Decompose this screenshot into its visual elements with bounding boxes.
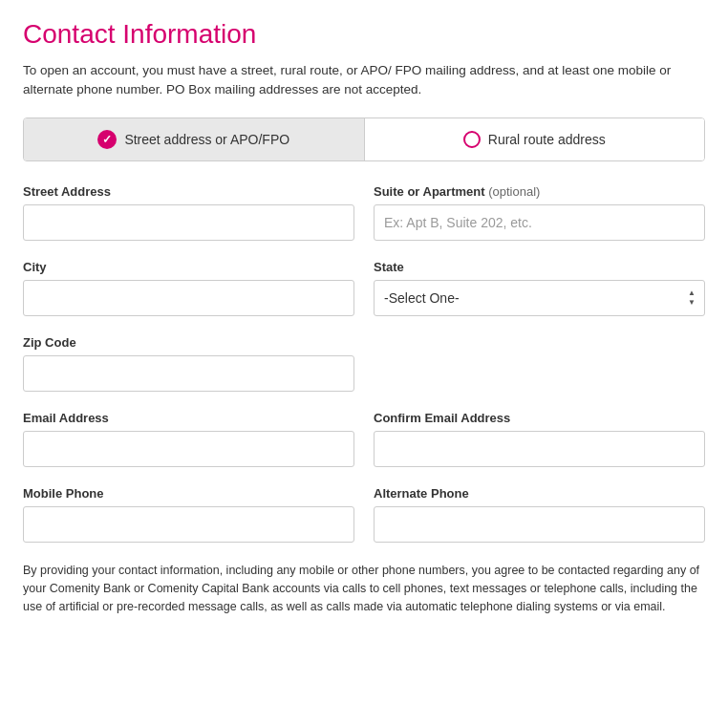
phone-row: Mobile Phone Alternate Phone: [23, 486, 705, 543]
email-address-group: Email Address: [23, 411, 354, 467]
alternate-phone-input[interactable]: [374, 506, 705, 543]
confirm-email-label: Confirm Email Address: [374, 411, 705, 425]
disclaimer-text: By providing your contact information, i…: [23, 562, 705, 617]
mobile-phone-label: Mobile Phone: [23, 486, 354, 501]
city-state-row: City State -Select One- AL AK AZ AR CA C…: [23, 260, 705, 316]
zip-row: Zip Code: [23, 335, 705, 392]
state-group: State -Select One- AL AK AZ AR CA CO CT …: [374, 260, 705, 316]
suite-apartment-input[interactable]: [374, 204, 705, 241]
city-label: City: [23, 260, 354, 274]
optional-label: (optional): [488, 184, 540, 199]
rural-tab-radio-icon: [463, 131, 481, 148]
mobile-phone-group: Mobile Phone: [23, 486, 354, 543]
street-address-label: Street Address: [23, 184, 354, 199]
email-row: Email Address Confirm Email Address: [23, 411, 705, 467]
confirm-email-group: Confirm Email Address: [374, 411, 705, 467]
tab-street-label: Street address or APO/FPO: [124, 132, 289, 147]
alternate-phone-group: Alternate Phone: [374, 486, 705, 543]
tab-street-address[interactable]: Street address or APO/FPO: [24, 118, 364, 160]
zip-code-group: Zip Code: [23, 335, 354, 392]
address-row: Street Address Suite or Apartment (optio…: [23, 184, 705, 241]
street-address-group: Street Address: [23, 184, 354, 241]
mobile-phone-input[interactable]: [23, 506, 354, 543]
email-address-input[interactable]: [23, 431, 354, 467]
zip-code-label: Zip Code: [23, 335, 354, 350]
alternate-phone-label: Alternate Phone: [374, 486, 705, 501]
city-group: City: [23, 260, 354, 316]
street-address-input[interactable]: [23, 204, 354, 241]
page-description: To open an account, you must have a stre…: [23, 61, 705, 100]
suite-apartment-label: Suite or Apartment (optional): [374, 184, 705, 199]
street-tab-check-icon: [97, 130, 117, 149]
confirm-email-input[interactable]: [374, 431, 705, 467]
state-select[interactable]: -Select One- AL AK AZ AR CA CO CT DE FL …: [374, 280, 705, 316]
city-input[interactable]: [23, 280, 354, 316]
suite-apartment-group: Suite or Apartment (optional): [374, 184, 705, 241]
zip-code-input[interactable]: [23, 355, 354, 392]
state-select-wrapper: -Select One- AL AK AZ AR CA CO CT DE FL …: [374, 280, 705, 316]
page-title: Contact Information: [23, 19, 705, 50]
email-address-label: Email Address: [23, 411, 354, 425]
state-label: State: [374, 260, 705, 274]
tab-rural-address[interactable]: Rural route address: [365, 118, 705, 160]
tab-rural-label: Rural route address: [488, 132, 606, 147]
address-type-tabs: Street address or APO/FPO Rural route ad…: [23, 117, 705, 161]
